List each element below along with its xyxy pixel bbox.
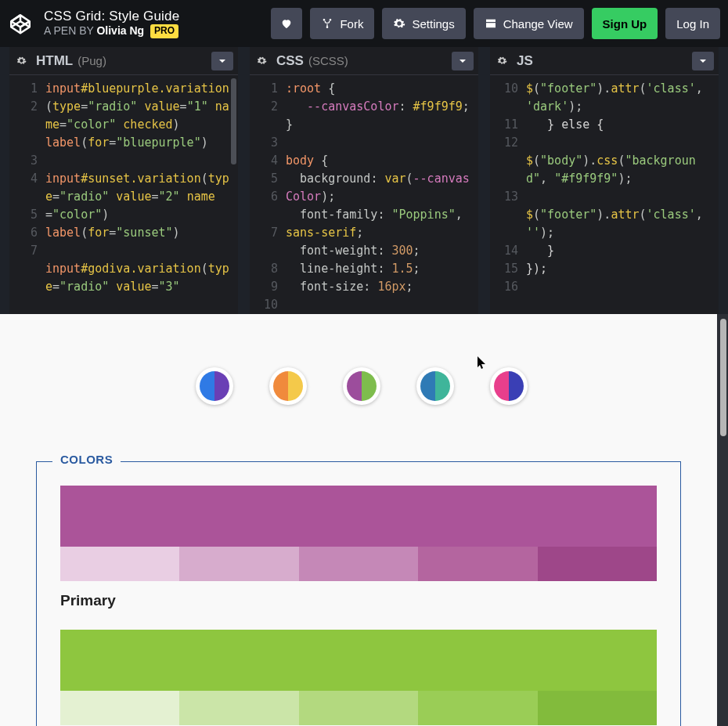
gear-icon (497, 56, 507, 66)
editor-css-preproc: (SCSS) (308, 54, 348, 67)
palette-secondary-shades (60, 691, 657, 725)
editor-html-text[interactable]: input#bluepurple.variation(type="radio" … (45, 80, 238, 314)
editor-css-title: CSS (273, 53, 307, 69)
pen-title[interactable]: CSS Grid: Style Guide (44, 9, 179, 24)
colors-section: COLORS Primary (36, 461, 681, 726)
chevron-down-icon (459, 57, 467, 65)
svg-line-1 (11, 15, 20, 21)
editor-css-head: CSS (SCSS) (250, 47, 478, 75)
theme-swatch-pink[interactable] (490, 367, 528, 405)
gear-icon (16, 56, 27, 66)
codepen-logo (8, 11, 33, 36)
app-header: CSS Grid: Style Guide A PEN BY Olivia Ng… (0, 0, 728, 47)
colors-section-title: COLORS (52, 453, 121, 466)
sign-up-button[interactable]: Sign Up (592, 8, 658, 39)
gear-icon (257, 56, 267, 66)
theme-swatch-sunset[interactable] (269, 367, 307, 405)
pen-title-block: CSS Grid: Style Guide A PEN BY Olivia Ng… (44, 9, 179, 38)
gear-icon (393, 17, 405, 30)
editor-js-gutter: 10111213141516 (490, 80, 526, 314)
editor-js: JS 10111213141516 $("footer").attr('clas… (490, 47, 719, 314)
editor-js-settings[interactable] (490, 49, 514, 73)
editor-css: CSS (SCSS) 12345678910 :root { --canvasC… (250, 47, 478, 314)
fork-button[interactable]: Fork (310, 8, 374, 39)
theme-swatches (0, 314, 717, 405)
editor-js-text[interactable]: $("footer").attr('class', 'dark'); } els… (526, 80, 719, 314)
fork-icon (321, 17, 333, 30)
pro-badge: PRO (150, 24, 178, 38)
editor-html-title: HTML (33, 53, 76, 69)
pen-author[interactable]: Olivia Ng (96, 24, 144, 37)
editor-html-settings[interactable] (9, 49, 33, 73)
editor-js-title: JS (514, 53, 536, 69)
preview-panel: COLORS Primary (0, 314, 728, 726)
editor-html: HTML (Pug) 1234567 input#bluepurple.vari… (9, 47, 238, 314)
editor-css-text[interactable]: :root { --canvasColor: #f9f9f9; } body {… (286, 80, 478, 314)
layout-icon (485, 17, 497, 30)
theme-swatch-bluepurple[interactable] (196, 367, 233, 405)
palette-primary-main (60, 486, 657, 547)
codepen-icon (9, 13, 31, 34)
preview-scrollbar[interactable] (720, 319, 726, 436)
editor-css-menu[interactable] (452, 52, 474, 70)
editor-html-gutter: 1234567 (9, 80, 45, 314)
theme-swatch-godiva[interactable] (343, 367, 380, 405)
palette-secondary-main (60, 630, 657, 691)
theme-swatch-teal[interactable] (416, 367, 454, 405)
chevron-down-icon (218, 57, 226, 65)
editor-html-head: HTML (Pug) (9, 47, 238, 75)
preview-frame[interactable]: COLORS Primary (0, 314, 717, 726)
palette-primary-label: Primary (60, 592, 657, 609)
editor-html-code[interactable]: 1234567 input#bluepurple.variation(type=… (9, 75, 238, 314)
editor-html-preproc: (Pug) (77, 54, 106, 67)
editor-js-head: JS (490, 47, 719, 75)
chevron-down-icon (699, 57, 707, 65)
pen-byline: A PEN BY Olivia Ng PRO (44, 24, 179, 38)
editor-html-menu[interactable] (211, 52, 233, 70)
log-in-button[interactable]: Log In (665, 8, 720, 39)
heart-button[interactable] (271, 8, 302, 39)
palette-primary: Primary (60, 486, 657, 609)
settings-button[interactable]: Settings (382, 8, 465, 39)
change-view-button[interactable]: Change View (474, 8, 584, 39)
editor-js-code[interactable]: 10111213141516 $("footer").attr('class',… (490, 75, 719, 314)
editor-css-gutter: 12345678910 (250, 80, 286, 314)
editor-css-code[interactable]: 12345678910 :root { --canvasColor: #f9f9… (250, 75, 478, 314)
heart-icon (280, 17, 293, 30)
palette-primary-shades (60, 547, 657, 581)
editor-css-settings[interactable] (250, 49, 273, 73)
editors-row: HTML (Pug) 1234567 input#bluepurple.vari… (0, 47, 728, 314)
palette-secondary (60, 630, 657, 725)
editor-js-menu[interactable] (692, 52, 714, 70)
